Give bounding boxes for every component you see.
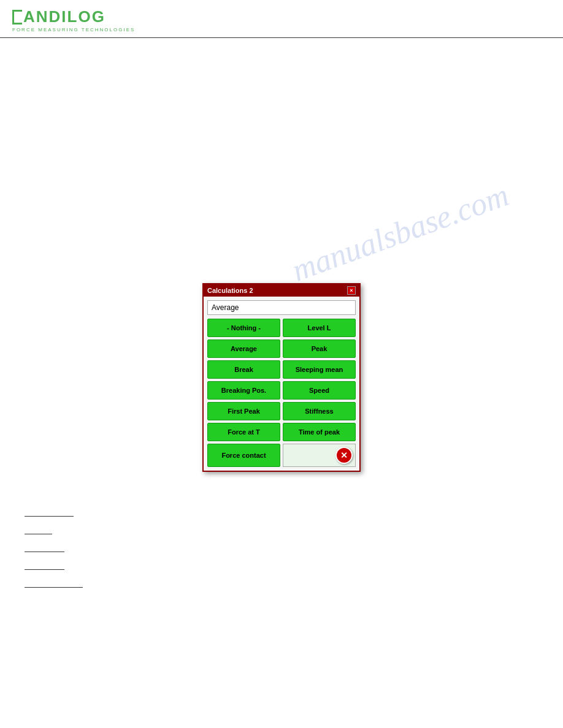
logo: ANDILOG FORCE MEASURING TECHNOLOGIES — [12, 7, 551, 32]
page-header: ANDILOG FORCE MEASURING TECHNOLOGIES — [0, 0, 563, 38]
close-area: ✕ — [283, 444, 356, 467]
average-button[interactable]: Average — [207, 339, 280, 358]
calculation-name-input[interactable] — [207, 300, 356, 315]
stiffness-button[interactable]: Stiffness — [283, 402, 356, 420]
dialog-title: Calculations 2 — [207, 287, 253, 294]
logo-bracket-icon — [12, 10, 22, 25]
sleeping-mean-button[interactable]: Sleeping mean — [283, 360, 356, 379]
force-contact-button[interactable]: Force contact — [207, 444, 280, 467]
level-l-button[interactable]: Level L — [283, 319, 356, 337]
calculation-buttons-grid: - Nothing - Level L Average Peak Break S… — [207, 319, 356, 441]
force-at-t-button[interactable]: Force at T — [207, 423, 280, 441]
dialog-body: - Nothing - Level L Average Peak Break S… — [204, 297, 359, 471]
peak-button[interactable]: Peak — [283, 339, 356, 358]
breaking-pos-button[interactable]: Breaking Pos. — [207, 381, 280, 400]
logo-tagline: FORCE MEASURING TECHNOLOGIES — [12, 27, 551, 32]
bottom-link-1[interactable] — [25, 509, 74, 517]
nothing-button[interactable]: - Nothing - — [207, 319, 280, 337]
break-button[interactable]: Break — [207, 360, 280, 379]
speed-button[interactable]: Speed — [283, 381, 356, 400]
first-peak-button[interactable]: First Peak — [207, 402, 280, 420]
bottom-link-4[interactable] — [25, 562, 64, 570]
main-content: Calculations 2 × - Nothing - Level L Ave… — [0, 38, 563, 600]
logo-name: ANDILOG — [23, 7, 105, 26]
dialog-titlebar: Calculations 2 × — [204, 284, 359, 297]
calculations-dialog: Calculations 2 × - Nothing - Level L Ave… — [202, 283, 361, 472]
dialog-wrapper: Calculations 2 × - Nothing - Level L Ave… — [12, 283, 551, 472]
time-of-peak-button[interactable]: Time of peak — [283, 423, 356, 441]
dialog-titlebar-close-button[interactable]: × — [347, 286, 356, 295]
bottom-link-5[interactable] — [25, 580, 83, 588]
bottom-links-section — [12, 509, 551, 588]
dialog-last-row: Force contact ✕ — [207, 444, 356, 467]
logo-text: ANDILOG — [12, 7, 551, 26]
close-x-icon: ✕ — [340, 451, 348, 460]
bottom-link-2[interactable] — [25, 526, 52, 534]
bottom-link-3[interactable] — [25, 544, 64, 552]
dialog-close-circle-button[interactable]: ✕ — [335, 447, 353, 464]
